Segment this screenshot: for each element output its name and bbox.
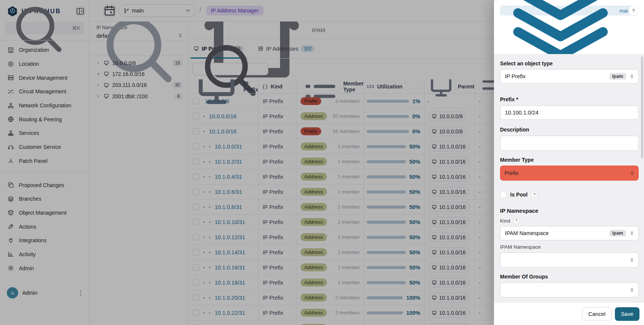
is-pool-checkbox[interactable] <box>500 191 507 198</box>
kind-label-row: Kind ? <box>500 217 639 224</box>
cancel-button[interactable]: Cancel <box>582 307 612 321</box>
prefix-field-label: Prefix * <box>500 96 639 102</box>
select-stepper-icon <box>629 257 635 263</box>
ipam-namespace-select[interactable] <box>500 252 639 268</box>
drawer-header: main ? IP Prefix › New Create IP Prefix … <box>494 0 644 54</box>
modal-overlay[interactable] <box>0 0 494 325</box>
branch-badge: main <box>500 6 634 15</box>
help-button[interactable]: ? <box>628 5 639 16</box>
member-of-groups-label: Member Of Groups <box>500 274 639 280</box>
object-type-select[interactable]: IP Prefix Ipam <box>500 69 639 84</box>
ipam-badge: Ipam <box>609 230 626 237</box>
is-pool-row: Is Pool ? <box>500 191 639 198</box>
ipam-namespace-label: IPAM Namespace <box>500 244 639 250</box>
object-type-value: IP Prefix <box>505 73 606 79</box>
select-stepper-icon <box>630 170 635 176</box>
description-field-label: Description <box>500 127 639 133</box>
ipam-badge: Ipam <box>609 73 626 80</box>
description-input[interactable] <box>500 136 639 151</box>
select-stepper-icon <box>629 231 635 236</box>
prefix-input[interactable]: 10.100.1.0/24 <box>500 105 639 120</box>
kind-select[interactable]: IPAM Namespace Ipam <box>500 226 639 240</box>
member-type-select[interactable]: Prefix <box>500 166 639 181</box>
object-type-label: Select an object type <box>500 60 639 67</box>
is-pool-label: Is Pool <box>510 192 528 198</box>
create-ip-prefix-drawer: main ? IP Prefix › New Create IP Prefix … <box>494 0 644 325</box>
drawer-scrollbar[interactable] <box>641 57 643 159</box>
ip-namespace-heading: IP Namespace <box>500 207 639 214</box>
select-stepper-icon <box>629 74 635 79</box>
drawer-form: Select an object type IP Prefix Ipam Pre… <box>494 54 644 302</box>
kind-value: IPAM Namespace <box>505 230 606 236</box>
member-type-label: Member Type <box>500 157 639 163</box>
kind-help-icon[interactable]: ? <box>513 217 520 224</box>
select-stepper-icon <box>629 287 635 292</box>
save-button[interactable]: Save <box>615 307 639 321</box>
member-type-value: Prefix <box>505 170 627 176</box>
is-pool-help-icon[interactable]: ? <box>531 191 538 198</box>
infrahub-app: INFRAHUB ⌘K OrganizationLocationDevice M… <box>0 0 644 325</box>
kind-label: Kind <box>500 218 510 224</box>
drawer-footer: Cancel Save <box>494 302 644 325</box>
member-of-groups-select[interactable] <box>500 282 639 297</box>
